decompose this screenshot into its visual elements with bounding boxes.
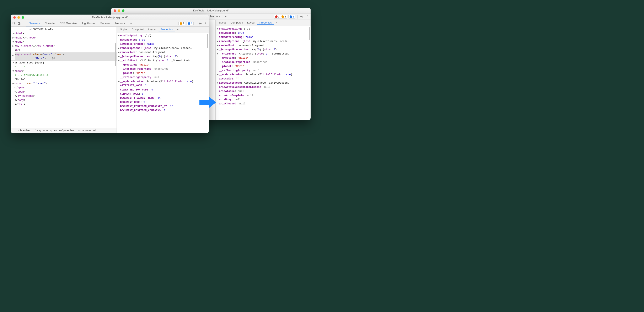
property-row[interactable]: __instanceProperties: undefined [118, 67, 208, 71]
traffic-lights[interactable] [13, 16, 24, 19]
dom-node[interactable]: </span> [11, 90, 116, 94]
dom-node[interactable]: <!----> [11, 65, 116, 69]
dom-node[interactable]: </body> [11, 98, 116, 102]
property-row[interactable]: __reflectingProperty: null [118, 75, 208, 79]
errors-badge[interactable]: 1 3 [274, 15, 287, 19]
close-icon[interactable] [13, 16, 16, 19]
overflow-subtabs[interactable]: » [274, 21, 280, 25]
warnings-badge[interactable]: 3 [178, 22, 186, 25]
expand-caret-icon[interactable]: ▶ [118, 79, 120, 84]
dom-tree[interactable]: <!DOCTYPE html> ▼<html> ▶<head>…</head> … [11, 27, 116, 128]
subtab-computed[interactable]: Computed [228, 21, 245, 25]
crumb-item[interactable]: playground-preview#preview [34, 129, 74, 132]
expand-caret-icon[interactable]: ▶ [118, 59, 120, 63]
tab-elements[interactable]: Elements [26, 20, 42, 26]
property-row[interactable]: ▶__childPart: ChildPart {type: 2, _$comm… [217, 52, 309, 56]
overflow-tabs[interactable]: » [222, 14, 229, 20]
expand-caret-icon[interactable]: ▶ [217, 27, 219, 31]
scrollbar-thumb[interactable] [309, 27, 310, 40]
expand-caret-icon[interactable]: ▶ [217, 73, 219, 77]
dom-node[interactable]: <!DOCTYPE html> [11, 28, 116, 32]
property-row[interactable]: accessKey: "" [217, 77, 309, 81]
property-row[interactable]: ▶renderOptions: {host: my-element.mars, … [217, 39, 309, 44]
breadcrumb[interactable]: … dPreview playground-preview#preview #s… [11, 128, 116, 133]
dom-node[interactable]: ▶<head>…</head> [11, 36, 116, 40]
properties-list[interactable]: ▶enableUpdating: ƒ ()hasUpdated: trueisU… [117, 33, 209, 133]
tab-network[interactable]: Network [113, 20, 128, 26]
expand-caret-icon[interactable]: ▶ [217, 44, 219, 48]
property-row[interactable]: DOCUMENT_POSITION_CONTAINED_BY: 16 [118, 104, 208, 109]
expand-caret-icon[interactable]: ▶ [217, 81, 219, 85]
property-row[interactable]: hasUpdated: true [217, 31, 309, 35]
subtab-layout[interactable]: Layout [245, 21, 258, 25]
dom-node[interactable]: ▼<body> [11, 40, 116, 44]
property-row[interactable]: DOCUMENT_NODE: 9 [118, 100, 208, 104]
subtab-computed[interactable]: Computed [130, 28, 146, 31]
dom-node[interactable]: ▼#shadow-root (open) [11, 61, 116, 65]
subtab-styles[interactable]: Styles [118, 28, 130, 31]
overflow-tabs[interactable]: » [128, 20, 134, 26]
dom-node[interactable]: <!--?lit$927534869$--> [11, 73, 116, 77]
tab-console[interactable]: Console [42, 20, 57, 26]
property-row[interactable]: ▶enableUpdating: ƒ () [118, 34, 208, 38]
property-row[interactable]: ariaChecked: null [217, 102, 309, 106]
property-row[interactable]: DOCUMENT_POSITION_CONTAINS: 8 [118, 109, 208, 113]
property-row[interactable]: ariaActiveDescendantElement: null [217, 85, 309, 89]
gear-icon[interactable] [198, 22, 202, 26]
tab-css-overview[interactable]: CSS Overview [57, 20, 80, 26]
subtab-properties[interactable]: Properties [158, 28, 175, 31]
titlebar[interactable]: DevTools - lit.dev/playground/ [111, 8, 310, 14]
property-row[interactable]: ▶__childPart: ChildPart {type: 2, _$comm… [118, 59, 208, 63]
property-row[interactable]: __greeting: "Hello" [118, 63, 208, 67]
dom-node[interactable]: ▼<span> [11, 69, 116, 73]
dom-node-selected[interactable]: ▼<my-element class="mars" planet= [11, 52, 116, 57]
property-row[interactable]: isUpdatePending: false [118, 42, 208, 46]
property-row[interactable]: __greeting: "Hello" [217, 56, 309, 60]
property-row[interactable]: ariaBusy: null [217, 98, 309, 102]
zoom-icon[interactable] [22, 16, 24, 19]
dom-node-selected[interactable]: "Mars"> == $0 [11, 57, 116, 61]
expand-caret-icon[interactable]: ▶ [118, 50, 120, 55]
expand-caret-icon[interactable]: ▶ [217, 39, 219, 44]
scrollbar-thumb[interactable] [207, 34, 208, 48]
subtab-layout[interactable]: Layout [146, 28, 158, 31]
inspect-element-icon[interactable] [12, 22, 16, 26]
minimize-icon[interactable] [18, 16, 20, 19]
tab-memory[interactable]: Memory [208, 14, 222, 20]
crumb-overflow-right[interactable]: … [100, 129, 102, 132]
messages-badge[interactable]: 1 [186, 22, 194, 25]
property-row[interactable]: ▶__updatePromise: Promise {&lt;fulfilled… [217, 73, 309, 77]
minimize-icon[interactable] [118, 9, 120, 12]
subtab-properties[interactable]: Properties [258, 21, 274, 25]
dom-node[interactable]: ▶<my-element>…</my-element> [11, 44, 116, 48]
dom-node[interactable]: ▼<html> [11, 32, 116, 36]
property-row[interactable]: COMMENT_NODE: 8 [118, 92, 208, 96]
expand-caret-icon[interactable]: ▶ [217, 52, 219, 56]
subtab-styles[interactable]: Styles [217, 21, 228, 25]
gear-icon[interactable] [300, 15, 304, 19]
kebab-menu-icon[interactable]: ⋮ [305, 15, 309, 19]
traffic-lights[interactable] [114, 9, 124, 12]
property-row[interactable]: ▶renderRoot: document-fragment [217, 44, 309, 48]
property-row[interactable]: ▶accessibleNode: AccessibleNode {activeD… [217, 81, 309, 85]
property-row[interactable]: ▶enableUpdating: ƒ () [217, 27, 309, 31]
messages-badge[interactable]: 1 [288, 15, 296, 19]
property-row[interactable]: isUpdatePending: false [217, 35, 309, 39]
property-row[interactable]: __instanceProperties: undefined [217, 60, 309, 64]
properties-list[interactable]: ▶enableUpdating: ƒ ()hasUpdated: trueisU… [216, 26, 310, 120]
dom-node[interactable]: ▶<span class="planet">… [11, 82, 116, 86]
scrollbar-thumb[interactable] [115, 43, 116, 66]
property-row[interactable]: ▶__updatePromise: Promise {&lt;fulfilled… [118, 79, 208, 84]
dom-node[interactable]: <hr> [11, 48, 116, 52]
kebab-menu-icon[interactable]: ⋮ [204, 22, 208, 26]
property-row[interactable]: ▶_$changedProperties: Map(0) {size: 0} [118, 55, 208, 59]
property-row[interactable]: ▶renderOptions: {host: my-element.mars, … [118, 46, 208, 50]
property-row[interactable]: __reflectingProperty: null [217, 68, 309, 73]
zoom-icon[interactable] [122, 9, 124, 12]
property-row[interactable]: ariaAtomic: null [217, 89, 309, 93]
expand-caret-icon[interactable]: ▶ [118, 46, 120, 50]
dom-node[interactable]: "Hello" [11, 77, 116, 82]
expand-caret-icon[interactable]: ▶ [118, 55, 120, 59]
property-row[interactable]: ATTRIBUTE_NODE: 2 [118, 84, 208, 88]
overflow-subtabs[interactable]: » [175, 28, 180, 31]
